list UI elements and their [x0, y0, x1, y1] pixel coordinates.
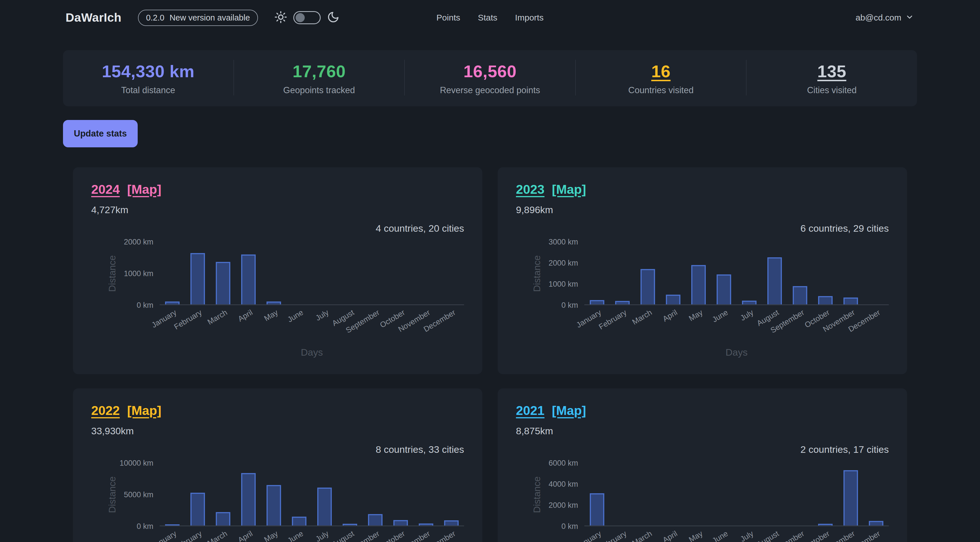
bar — [869, 521, 884, 526]
bar-slot — [312, 242, 337, 304]
y-tick-label: 2000 km — [549, 259, 578, 268]
year-card: 2024 [Map] 4,727km 4 countries, 20 citie… — [73, 167, 482, 374]
y-axis-ticks: 0 km1000 km2000 km — [91, 242, 160, 305]
stat-cities-visited: 135 Cities visited — [746, 60, 917, 95]
chart-plot-area — [584, 463, 889, 526]
bar — [742, 300, 757, 304]
chart-plot-area — [584, 242, 889, 305]
sun-icon — [275, 11, 287, 24]
bar — [666, 295, 681, 304]
year-link[interactable]: 2022 — [91, 403, 120, 418]
bar-slot — [388, 463, 413, 526]
dashboard-page: DaWarIch 0.2.0 New version available — [0, 0, 980, 542]
map-link[interactable]: [Map] — [552, 403, 586, 418]
x-tick-label: March — [206, 308, 229, 327]
stat-value: 17,760 — [234, 62, 404, 81]
bar-slot — [160, 463, 185, 526]
bar — [818, 524, 833, 526]
map-link[interactable]: [Map] — [552, 182, 586, 197]
chart-plot-area — [160, 242, 464, 305]
bar-slot — [439, 463, 464, 526]
bar-slot — [711, 242, 737, 304]
x-tick-label: March — [631, 308, 654, 327]
x-tick-label: October — [803, 529, 831, 542]
x-tick-label: May — [687, 529, 704, 542]
year-summary: 6 countries, 29 cities — [516, 223, 889, 234]
x-axis-ticks: JanuaryFebruaryMarchAprilMayJuneJulyAugu… — [584, 526, 889, 542]
countries-visited-link[interactable]: 16 — [651, 62, 671, 81]
bar — [216, 512, 231, 526]
bar — [691, 265, 706, 304]
nav-points[interactable]: Points — [436, 13, 460, 22]
y-tick-label: 2000 km — [124, 238, 153, 246]
bar-slot — [312, 463, 337, 526]
bar-slot — [762, 242, 787, 304]
bar-slot — [388, 242, 413, 304]
bar — [641, 269, 655, 304]
x-tick-label: April — [237, 308, 254, 323]
x-tick-label: June — [711, 308, 730, 324]
bar — [241, 473, 256, 526]
x-tick-label: June — [286, 308, 305, 324]
year-card: 2021 [Map] 8,875km 2 countries, 17 citie… — [498, 388, 907, 542]
bar-slot — [686, 463, 711, 526]
year-link[interactable]: 2021 — [516, 403, 544, 418]
toggle-knob — [296, 13, 305, 22]
bar — [165, 302, 180, 304]
bar-slot — [261, 242, 286, 304]
stat-label: Total distance — [63, 85, 234, 95]
map-link[interactable]: [Map] — [127, 182, 161, 197]
theme-toggle[interactable] — [293, 11, 321, 24]
update-stats-button[interactable]: Update stats — [63, 120, 138, 147]
bar-slot — [363, 463, 388, 526]
y-tick-label: 1000 km — [549, 280, 578, 289]
bar — [793, 286, 808, 304]
x-tick-label: February — [172, 308, 204, 331]
x-axis-ticks: JanuaryFebruaryMarchAprilMayJuneJulyAugu… — [160, 305, 464, 343]
year-link[interactable]: 2023 — [516, 182, 544, 197]
bar — [590, 300, 605, 304]
bar-slot — [864, 463, 889, 526]
bar-slot — [210, 242, 236, 304]
year-link[interactable]: 2024 — [91, 182, 120, 197]
bar — [717, 274, 732, 304]
year-card: 2022 [Map] 33,930km 8 countries, 33 citi… — [73, 388, 482, 542]
bar — [843, 297, 858, 304]
bar — [216, 262, 231, 304]
year-summary: 4 countries, 20 cities — [91, 223, 464, 234]
bar-slot — [185, 463, 210, 526]
user-menu[interactable]: ab@cd.com — [856, 13, 914, 22]
bar-slot — [236, 463, 261, 526]
monthly-distance-bar-chart: Distance 0 km5000 km10000 km JanuaryFebr… — [91, 463, 464, 542]
cities-visited-link[interactable]: 135 — [817, 62, 846, 81]
stat-value: 16,560 — [405, 62, 575, 81]
bar-slot — [286, 463, 312, 526]
nav-imports[interactable]: Imports — [515, 13, 544, 22]
y-axis-ticks: 0 km5000 km10000 km — [91, 463, 160, 526]
bar-slot — [261, 463, 286, 526]
x-tick-label: June — [286, 529, 305, 542]
y-axis-ticks: 0 km2000 km4000 km6000 km — [516, 463, 584, 526]
nav-stats[interactable]: Stats — [478, 13, 497, 22]
bar — [615, 301, 630, 304]
stats-summary-bar: 154,330 km Total distance 17,760 Geopoin… — [63, 50, 917, 106]
y-tick-label: 10000 km — [119, 459, 153, 467]
stat-geopoints: 17,760 Geopoints tracked — [234, 60, 404, 95]
map-link[interactable]: [Map] — [127, 403, 161, 418]
bar — [843, 470, 858, 526]
bar-slot — [660, 242, 686, 304]
y-tick-label: 3000 km — [549, 238, 578, 246]
x-tick-label: April — [237, 529, 254, 542]
version-number: 0.2.0 — [146, 13, 164, 22]
bar-slot — [363, 242, 388, 304]
app-logo: DaWarIch — [65, 11, 121, 24]
bar-slot — [711, 463, 737, 526]
bar — [317, 488, 332, 526]
bar — [444, 520, 459, 526]
stat-countries-visited: 16 Countries visited — [575, 60, 746, 95]
x-tick-label: July — [739, 308, 755, 323]
version-badge[interactable]: 0.2.0 New version available — [138, 10, 258, 26]
bar — [191, 493, 205, 526]
stat-label: Countries visited — [576, 85, 746, 95]
year-distance: 33,930km — [91, 426, 464, 437]
